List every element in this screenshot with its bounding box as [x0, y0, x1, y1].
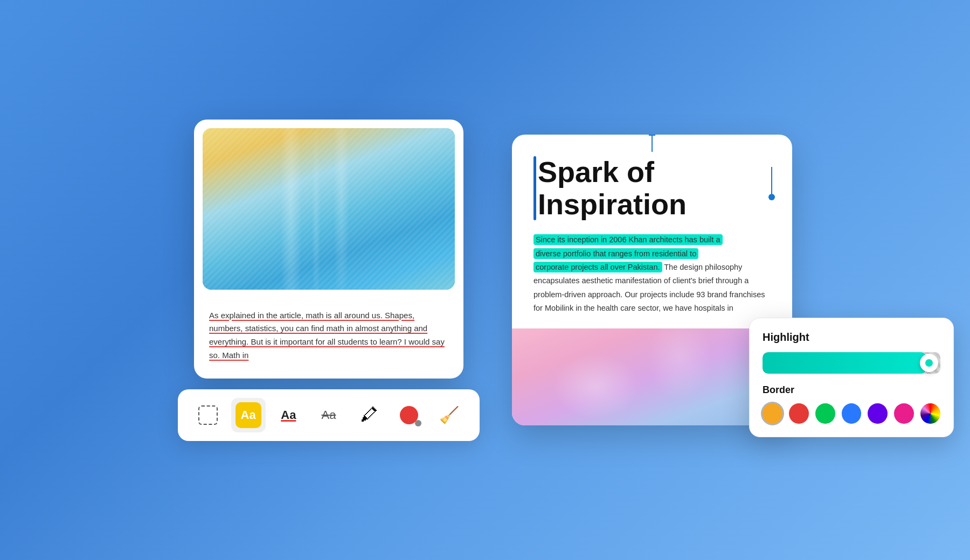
slider-fill	[763, 352, 926, 374]
slider-thumb[interactable]	[920, 354, 938, 372]
title-section: Spark of Inspiration	[534, 156, 771, 220]
color-swatch-orange[interactable]	[763, 403, 782, 424]
right-bracket-line	[771, 167, 772, 194]
selection-icon	[198, 405, 218, 425]
highlight-2: diverse portfolio that ranges from resid…	[534, 248, 698, 259]
doc-text-area: As explained in the article, math is all…	[194, 298, 463, 362]
highlight-1: Since its inception in 2006 Khan archite…	[534, 234, 723, 245]
underline-icon: Aa	[281, 408, 296, 422]
toolbar-eraser[interactable]: 🧹	[432, 398, 467, 432]
toolbar-text-format[interactable]: Aa	[231, 398, 266, 432]
left-panel: As explained in the article, math is all…	[178, 120, 480, 441]
toolbar-record[interactable]	[392, 398, 426, 432]
title-left-bar	[534, 156, 536, 220]
left-doc-card: As explained in the article, math is all…	[194, 120, 463, 379]
slider-thumb-inner	[925, 359, 933, 367]
text-format-icon: Aa	[235, 402, 261, 428]
color-swatch-pink[interactable]	[894, 403, 914, 424]
color-swatch-red[interactable]	[789, 403, 809, 424]
main-container: As explained in the article, math is all…	[156, 98, 814, 463]
color-swatches	[763, 403, 940, 424]
highlight-slider[interactable]	[763, 352, 940, 374]
marble-image-left	[203, 128, 455, 290]
slider-track	[763, 352, 940, 374]
highlighter-icon: 🖍	[361, 405, 378, 425]
color-swatch-purple[interactable]	[868, 403, 888, 424]
border-section-title: Border	[763, 384, 940, 396]
toolbar-card: Aa Aa Aa 🖍 🧹	[178, 389, 480, 441]
spark-title: Spark of Inspiration	[534, 156, 771, 220]
highlight-3: corporate projects all over Pakistan.	[534, 262, 662, 272]
body-text-area: Since its inception in 2006 Khan archite…	[534, 233, 771, 315]
toolbar-strikethrough[interactable]: Aa	[311, 398, 346, 432]
color-swatch-rainbow[interactable]	[920, 403, 940, 424]
record-icon	[400, 406, 418, 424]
popup-title: Highlight	[763, 331, 940, 344]
eraser-icon: 🧹	[439, 405, 459, 424]
strikethrough-icon: Aa	[322, 408, 336, 422]
highlight-popup: Highlight Border	[749, 318, 954, 437]
toolbar-underline[interactable]: Aa	[271, 398, 306, 432]
color-swatch-green[interactable]	[815, 403, 835, 424]
marble-streaks	[203, 128, 455, 290]
toolbar-highlighter[interactable]: 🖍	[352, 398, 386, 432]
right-bracket-dot	[768, 194, 775, 200]
right-panel: Spark of Inspiration Since its inception…	[512, 135, 792, 425]
color-swatch-blue[interactable]	[842, 403, 862, 424]
underlined-text-1: As explained in the article, math is all…	[209, 311, 445, 360]
top-line	[652, 136, 653, 152]
toolbar-selection[interactable]	[191, 398, 225, 432]
doc-paragraph: As explained in the article, math is all…	[209, 309, 448, 362]
